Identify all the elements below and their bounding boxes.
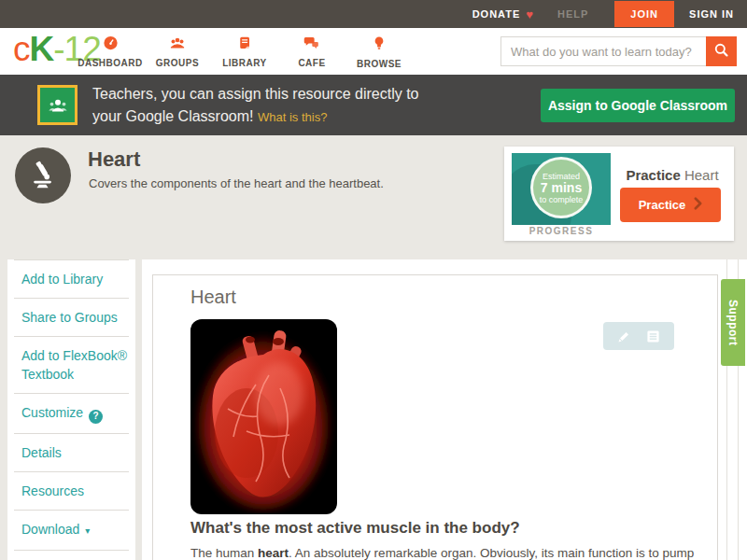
groups-people-icon bbox=[168, 35, 187, 55]
google-classroom-icon bbox=[37, 85, 78, 125]
nav-item-dashboard[interactable]: DASHBOARD bbox=[77, 28, 144, 75]
library-book-icon bbox=[236, 35, 254, 55]
lesson-paragraph: The human heart. An absolutely remarkabl… bbox=[190, 546, 709, 560]
sidebar-item-download[interactable]: Download▾ bbox=[14, 510, 129, 550]
heart-illustration bbox=[190, 319, 337, 514]
chevron-down-icon: ▾ bbox=[85, 525, 90, 536]
site-search bbox=[500, 36, 737, 66]
search-button[interactable] bbox=[706, 36, 737, 66]
browse-lightbulb-icon bbox=[371, 35, 388, 56]
resource-title: Heart bbox=[88, 147, 140, 172]
sidebar-item-resources[interactable]: Resources bbox=[14, 471, 129, 510]
dashboard-gauge-icon bbox=[102, 35, 120, 55]
nav-label: BROWSE bbox=[357, 59, 402, 69]
progress-label: PROGRESS bbox=[512, 226, 611, 236]
chevron-right-icon bbox=[694, 197, 702, 213]
primary-nav: DASHBOARD GROUPS LIBRARY CAFE BROWSE bbox=[77, 28, 413, 75]
help-link[interactable]: HELP bbox=[557, 8, 588, 20]
nav-item-groups[interactable]: GROUPS bbox=[144, 28, 211, 75]
support-tab[interactable]: Support bbox=[721, 279, 745, 366]
practice-title: Practice Heart bbox=[611, 167, 734, 183]
nav-item-browse[interactable]: BROWSE bbox=[345, 28, 413, 75]
sidebar-item-customize[interactable]: Customize? bbox=[14, 393, 129, 433]
practice-widget: Estimated 7 mins to complete PROGRESS Pr… bbox=[504, 147, 734, 241]
what-is-this-link[interactable]: What is this? bbox=[258, 110, 327, 124]
annotation-toolbar bbox=[603, 322, 674, 350]
sidebar-item-quick-tips[interactable]: Quick Tips bbox=[14, 550, 129, 560]
sign-in-button[interactable]: SIGN IN bbox=[689, 8, 734, 20]
highlighter-pencil-icon[interactable] bbox=[617, 329, 631, 343]
sidebar-item-add-to-flexbook[interactable]: Add to FlexBook® Textbook bbox=[14, 336, 129, 393]
main-navbar: cK-12 DASHBOARD GROUPS LIBRARY CAFE bbox=[0, 28, 747, 75]
donate-heart-icon: ♥ bbox=[526, 7, 533, 21]
cafe-chat-icon bbox=[303, 35, 321, 55]
join-button[interactable]: JOIN bbox=[614, 1, 674, 27]
nav-item-library[interactable]: LIBRARY bbox=[211, 28, 278, 75]
actions-sidebar: Add to Library Share to Groups Add to Fl… bbox=[7, 259, 135, 560]
nav-label: DASHBOARD bbox=[78, 58, 143, 68]
banner-message: Teachers, you can assign this resource d… bbox=[92, 83, 419, 129]
lesson-title: Heart bbox=[190, 287, 236, 308]
nav-item-cafe[interactable]: CAFE bbox=[278, 28, 345, 75]
help-question-badge[interactable]: ? bbox=[89, 410, 103, 424]
nav-label: CAFE bbox=[298, 58, 325, 68]
sidebar-item-details[interactable]: Details bbox=[14, 433, 129, 471]
resource-header: Heart Covers the components of the heart… bbox=[0, 135, 747, 252]
lesson-card: Heart bbox=[152, 274, 718, 560]
nav-label: LIBRARY bbox=[222, 58, 267, 68]
practice-button[interactable]: Practice bbox=[620, 188, 721, 222]
nav-label: GROUPS bbox=[156, 58, 199, 68]
question-heading: What's the most active muscle in the bod… bbox=[190, 519, 520, 538]
notes-icon[interactable] bbox=[646, 329, 660, 343]
search-icon bbox=[713, 42, 729, 61]
search-input[interactable] bbox=[500, 36, 706, 66]
assign-to-classroom-button[interactable]: Assign to Google Classroom bbox=[541, 89, 735, 122]
classroom-banner: Teachers, you can assign this resource d… bbox=[0, 75, 747, 135]
resource-description: Covers the components of the heart and t… bbox=[89, 176, 384, 190]
microscope-icon bbox=[15, 147, 71, 203]
estimated-time-badge: Estimated 7 mins to complete bbox=[530, 157, 592, 218]
donate-link[interactable]: DONATE bbox=[472, 8, 521, 20]
sidebar-item-add-to-library[interactable]: Add to Library bbox=[14, 259, 129, 298]
top-utility-bar: DONATE ♥ HELP JOIN SIGN IN bbox=[0, 0, 747, 28]
sidebar-item-share-to-groups[interactable]: Share to Groups bbox=[14, 298, 129, 336]
